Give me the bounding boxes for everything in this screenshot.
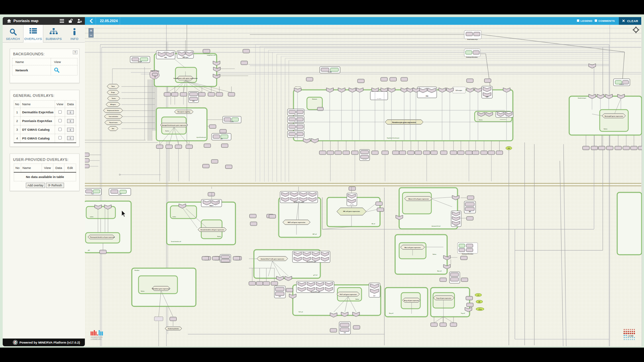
- svg-text:aTc: aTc: [477, 295, 479, 296]
- svg-text:Dermal dendritic cell gene exp: Dermal dendritic cell gene expression: [201, 229, 224, 231]
- svg-text:Nucleus: Nucleus: [141, 291, 145, 292]
- svg-text:Mast cell gene expression: Mast cell gene expression: [405, 247, 421, 248]
- svg-text:cmplx: cmplx: [220, 138, 223, 139]
- svg-text:PRRs: PRRs: [164, 57, 167, 58]
- svg-text:TRAIL R: TRAIL R: [209, 205, 213, 206]
- svg-text:pDC: pDC: [88, 250, 90, 251]
- svg-text:nucleus: nucleus: [90, 216, 94, 218]
- svg-text:Necroptosis signaling: Necroptosis signaling: [177, 111, 190, 113]
- svg-text:CLDN cx: CLDN cx: [230, 121, 234, 122]
- svg-text:TLR: TLR: [154, 76, 156, 78]
- svg-text:Langerhans cells gene expressi: Langerhans cells gene expression: [173, 77, 198, 79]
- svg-text:NKT cell: NKT cell: [313, 234, 317, 235]
- svg-text:NK cmplx: NK cmplx: [350, 204, 354, 205]
- svg-text:Nucleus: Nucleus: [217, 236, 221, 237]
- svg-text:Physical trauma: Physical trauma: [109, 122, 118, 123]
- svg-text:TNF R cx: TNF R cx: [294, 114, 298, 115]
- svg-text:LCSB: LCSB: [628, 335, 634, 337]
- svg-text:NET: NET: [469, 211, 471, 213]
- svg-text:BLX: BLX: [193, 101, 195, 102]
- svg-text:TNF R cx: TNF R cx: [294, 129, 298, 130]
- svg-text:LUXEMBOURG: LUXEMBOURG: [91, 339, 102, 340]
- svg-text:IL17: IL17: [373, 295, 375, 297]
- svg-text:Yeast colonization: Yeast colonization: [109, 116, 118, 117]
- svg-text:UNIVERSITÉ DU: UNIVERSITÉ DU: [91, 336, 102, 338]
- svg-text:IL23 cmplx: IL23 cmplx: [363, 159, 367, 160]
- svg-text:IL13: IL13: [279, 296, 281, 297]
- svg-text:Tatoo: Tatoo: [111, 86, 115, 87]
- svg-text:Granular transport: Granular transport: [578, 98, 586, 99]
- svg-text:TNF R cx: TNF R cx: [294, 121, 298, 122]
- svg-text:ImmTACs/TCR_complex: ImmTACs/TCR_complex: [293, 201, 304, 203]
- svg-text:IL17RA: IL17RA: [328, 71, 332, 73]
- svg-text:cmplx: cmplx: [91, 193, 94, 194]
- svg-text:IL22R: IL22R: [486, 96, 488, 98]
- svg-text:Keratinocyte differentiation: Keratinocyte differentiation: [466, 57, 478, 58]
- svg-text:anti-adr-dTCR_cmplx: anti-adr-dTCR_cmplx: [307, 261, 316, 262]
- svg-text:Treg cell: Treg cell: [461, 313, 465, 314]
- svg-text:Nucleus: Nucleus: [433, 254, 436, 255]
- svg-text:Gamma Delta-T cells gene expre: Gamma Delta-T cells gene expression: [261, 258, 284, 260]
- svg-text:NFkB nucleus cx: NFkB nucleus cx: [500, 119, 506, 120]
- svg-text:Dermal dendritic cell: Dermal dendritic cell: [171, 241, 181, 242]
- svg-text:complex: complex: [118, 193, 122, 195]
- svg-text:aBc: aBc: [478, 301, 480, 303]
- svg-text:Drugs: Drugs: [111, 92, 115, 93]
- svg-text:Phagosome complex: Phagosome complex: [151, 70, 160, 72]
- svg-text:IL17RA cx: IL17RA cx: [620, 84, 624, 85]
- svg-text:Fibroblast: Fibroblast: [135, 270, 140, 271]
- svg-text:Toxins: Toxins: [112, 98, 116, 99]
- svg-text:Th17 cell gene expression: Th17 cell gene expression: [340, 294, 357, 295]
- svg-text:Mature LC2 cell gene expressi: Mature LC2 cell gene expression: [409, 198, 429, 200]
- svg-text:SFN: SFN: [508, 148, 510, 149]
- svg-text:NR4A: NR4A: [426, 96, 428, 97]
- svg-text:EBER region: EBER region: [182, 57, 188, 58]
- svg-text:Langerhans cells: Langerhans cells: [207, 55, 216, 56]
- svg-text:Streptococcal infection: Streptococcal infection: [107, 110, 119, 111]
- svg-text:Breg cell: Breg cell: [389, 313, 393, 314]
- svg-text:Nucleus: Nucleus: [479, 119, 483, 121]
- svg-text:Neutrophil gene expression: Neutrophil gene expression: [604, 115, 623, 117]
- svg-text:TNF R cx: TNF R cx: [294, 136, 298, 137]
- svg-text:Plasmacytoid dendritic cell ge: Plasmacytoid dendritic cell gene express…: [90, 237, 115, 238]
- svg-text:IL10: IL10: [344, 332, 346, 334]
- svg-text:Nucleus: Nucleus: [165, 130, 169, 132]
- svg-text:Damaged keratinocytes gene exp: Damaged keratinocytes gene expression: [162, 125, 186, 126]
- svg-text:Keratinocyte differentiation: Keratinocyte differentiation: [462, 253, 473, 255]
- svg-text:Treg cell gene expression: Treg cell gene expression: [436, 298, 451, 299]
- svg-text:nucleus: nucleus: [172, 216, 176, 218]
- svg-text:injured keratinocyte: injured keratinocyte: [197, 137, 206, 138]
- svg-text:Activated LC2 cell: Activated LC2 cell: [432, 226, 440, 227]
- svg-text:Suprabasal keratinocyte: Suprabasal keratinocyte: [387, 137, 399, 139]
- svg-text:gd T cell: gd T cell: [313, 275, 317, 276]
- svg-text:Diet: Diet: [112, 128, 114, 129]
- svg-text:NK cell gene expression: NK cell gene expression: [343, 210, 360, 212]
- svg-text:Endosome: Endosome: [312, 99, 317, 100]
- svg-text:Dermal fibroblast cell g.e.: Dermal fibroblast cell g.e.: [467, 39, 478, 40]
- svg-text:Breg cell gene expression: Breg cell gene expression: [404, 300, 419, 301]
- svg-text:Fibroblast gene expression: Fibroblast gene expression: [152, 288, 170, 290]
- svg-text:IgG/IgM: IgG/IgM: [138, 61, 142, 62]
- svg-text:anti-adr-dTCR_cmplx: anti-adr-dTCR_cmplx: [311, 291, 320, 293]
- svg-text:IL20 receptor: IL20 receptor: [455, 90, 462, 91]
- svg-text:IL17 cmplx: IL17 cmplx: [377, 98, 382, 99]
- svg-text:NKT cell gene expression: NKT cell gene expression: [288, 222, 306, 223]
- svg-text:Fibroblast/myofibroblast: Fibroblast/myofibroblast: [168, 328, 179, 329]
- svg-text:NK cmplx: NK cmplx: [454, 225, 458, 226]
- svg-text:Tumor necrosis: Tumor necrosis: [295, 86, 301, 87]
- svg-text:Mast cell: Mast cell: [437, 270, 442, 272]
- svg-text:Allergens: Allergens: [110, 104, 116, 105]
- svg-text:aTreg: aTreg: [478, 309, 481, 310]
- svg-text:Nucleus: Nucleus: [604, 128, 607, 130]
- svg-text:Nucleus: Nucleus: [356, 299, 359, 300]
- svg-text:Th17 cell: Th17 cell: [299, 311, 303, 313]
- svg-text:NK cell: NK cell: [372, 223, 375, 225]
